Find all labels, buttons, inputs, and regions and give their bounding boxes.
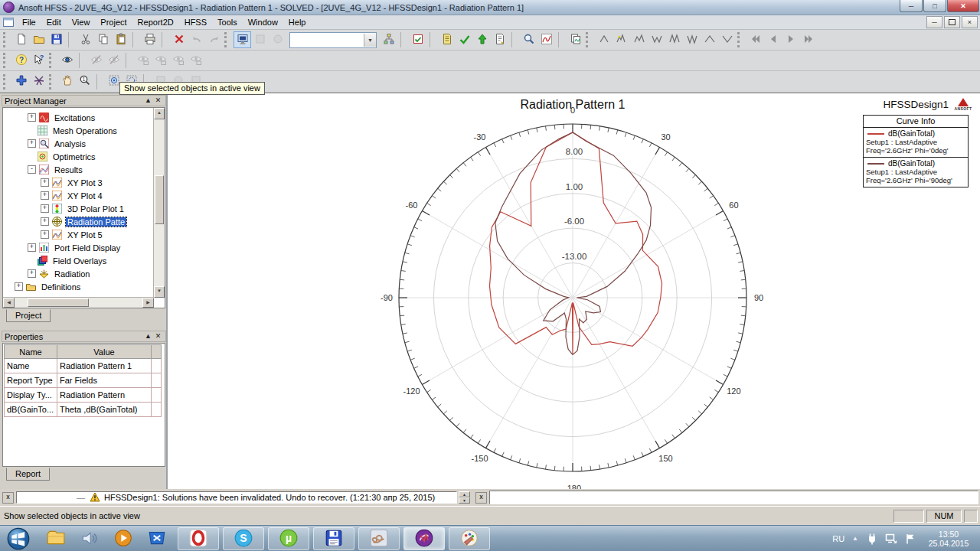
taskbar-mail-button[interactable]: [140, 527, 174, 550]
toolbar-grip[interactable]: [49, 74, 55, 90]
tree-item-radiation[interactable]: +Radiation: [4, 267, 153, 280]
toolbar-grip[interactable]: [737, 32, 743, 47]
delete-button[interactable]: [170, 31, 188, 48]
toolbar-grip[interactable]: [3, 53, 9, 68]
show-selection-button[interactable]: [105, 52, 122, 69]
trace-max2-button[interactable]: [665, 31, 683, 48]
tree-expander[interactable]: +: [41, 230, 49, 239]
scroll-left-icon[interactable]: ◀: [3, 298, 15, 308]
tree-expander[interactable]: +: [41, 204, 49, 213]
copy-button[interactable]: [94, 31, 112, 48]
network-icon[interactable]: [885, 533, 897, 545]
mdi-close-button[interactable]: ×: [962, 16, 978, 28]
menu-window[interactable]: Window: [243, 16, 283, 28]
show-all-button[interactable]: [58, 52, 76, 69]
boolean-unite-button[interactable]: [12, 73, 30, 90]
scroll-down-icon[interactable]: ▼: [154, 286, 165, 298]
taskbar-cable-app-button[interactable]: [358, 527, 400, 550]
tree-item-optimetrics[interactable]: Optimetrics: [4, 150, 153, 163]
tree-expander[interactable]: +: [28, 243, 36, 252]
tree-expander[interactable]: +: [28, 113, 36, 122]
tree-item-excitations[interactable]: +Excitations: [4, 111, 153, 124]
cut-button[interactable]: [77, 31, 94, 48]
property-value[interactable]: Theta ,dB(GainTotal): [57, 403, 152, 417]
tab-report[interactable]: Report: [6, 468, 50, 481]
tree-expander[interactable]: +: [28, 269, 36, 278]
tab-project[interactable]: Project: [6, 309, 51, 322]
menu-edit[interactable]: Edit: [41, 16, 67, 28]
spin-up-icon[interactable]: ▲: [459, 491, 470, 497]
menu-tools[interactable]: Tools: [212, 16, 243, 28]
tray-expand-icon[interactable]: ▲: [852, 535, 858, 542]
show-active-4-button[interactable]: [187, 52, 204, 69]
menu-file[interactable]: File: [17, 16, 41, 28]
message-collapse-icon[interactable]: —: [77, 493, 85, 502]
tree-expander[interactable]: -: [28, 165, 36, 174]
trace-min2-button[interactable]: [683, 31, 701, 48]
taskbar-total-commander-button[interactable]: [313, 527, 354, 550]
toolbar-grip[interactable]: [3, 32, 9, 47]
tree-item-radiation-patte[interactable]: +Radiation Patte: [4, 215, 153, 228]
close-button[interactable]: ✕: [947, 0, 979, 12]
message-close-icon[interactable]: x: [475, 492, 487, 504]
optimetrics-view-button[interactable]: [520, 31, 537, 48]
tree-horizontal-scrollbar[interactable]: ◀ ▶: [3, 297, 154, 308]
taskbar-clock[interactable]: 13:50 25.04.2015: [923, 530, 974, 548]
message-close-icon[interactable]: x: [2, 492, 14, 504]
undo-button[interactable]: [188, 31, 205, 48]
close-panel-icon[interactable]: ✕: [153, 332, 163, 341]
toolbar-grip[interactable]: [224, 32, 230, 47]
minimize-button[interactable]: ─: [900, 0, 923, 12]
trace-marker-button[interactable]: [612, 31, 630, 48]
tree-expander[interactable]: +: [41, 217, 49, 226]
open-project-button[interactable]: [30, 31, 47, 48]
create-report-button[interactable]: [537, 31, 555, 48]
taskbar-explorer-button[interactable]: [39, 527, 73, 550]
boolean-split-button[interactable]: [30, 73, 47, 90]
validate-button[interactable]: [409, 31, 426, 48]
taskbar-utorrent-button[interactable]: µ: [268, 527, 309, 550]
taskbar-ansoft-hfss-button[interactable]: [403, 527, 445, 550]
menu-hfss[interactable]: HFSS: [179, 16, 212, 28]
nav-next-button[interactable]: [782, 31, 799, 48]
scroll-right-icon[interactable]: ▶: [142, 298, 154, 308]
show-active-3-button[interactable]: [169, 52, 187, 69]
dropdown-arrow-icon[interactable]: ▼: [364, 34, 376, 47]
save-project-button[interactable]: [47, 31, 65, 48]
menu-project[interactable]: Project: [95, 16, 132, 28]
zoom-window-button[interactable]: 1: [76, 73, 93, 90]
property-value[interactable]: Radiation Pattern: [57, 388, 152, 403]
trace-down-button[interactable]: [718, 31, 736, 48]
tree-item-analysis[interactable]: +Analysis: [4, 137, 153, 150]
tree-item-field-overlays[interactable]: Field Overlays: [4, 254, 153, 267]
nav-last-button[interactable]: [799, 31, 817, 48]
taskbar-paint-app-button[interactable]: [449, 527, 490, 550]
tree-item-xy-plot-4[interactable]: +XY Plot 4: [4, 189, 153, 202]
nav-prev-button[interactable]: [764, 31, 782, 48]
toolbar-grip[interactable]: [586, 32, 592, 47]
property-value[interactable]: Radiation Pattern 1: [57, 359, 152, 373]
start-button[interactable]: [7, 527, 30, 550]
command-field[interactable]: [489, 491, 978, 504]
redo-button[interactable]: [205, 31, 223, 48]
toolbar-grip[interactable]: [3, 74, 9, 90]
spin-down-icon[interactable]: ▼: [459, 497, 470, 504]
menu-help[interactable]: Help: [283, 16, 312, 28]
print-button[interactable]: [141, 31, 158, 48]
context-help-button[interactable]: ?: [30, 52, 47, 69]
tree-item-mesh-operations[interactable]: Mesh Operations: [4, 124, 153, 137]
taskbar-skype-button[interactable]: S: [223, 527, 264, 550]
tree-item-xy-plot-5[interactable]: +XY Plot 5: [4, 228, 153, 241]
scroll-thumb[interactable]: [155, 175, 164, 224]
tree-expander[interactable]: +: [15, 282, 23, 291]
pin-icon[interactable]: ▲: [143, 96, 153, 106]
taskbar-volume-mixer-button[interactable]: [73, 527, 106, 550]
push-excitations-button[interactable]: [251, 31, 269, 48]
trace-min-button[interactable]: [648, 31, 665, 48]
tree-item-results[interactable]: -Results: [4, 163, 153, 176]
trace-peak-button[interactable]: [595, 31, 612, 48]
edit-sources-button[interactable]: [269, 31, 286, 48]
mdi-minimize-button[interactable]: ─: [926, 16, 942, 28]
tree-item-3d-polar-plot-1[interactable]: +3D Polar Plot 1: [4, 202, 153, 215]
language-indicator[interactable]: RU: [832, 534, 844, 543]
